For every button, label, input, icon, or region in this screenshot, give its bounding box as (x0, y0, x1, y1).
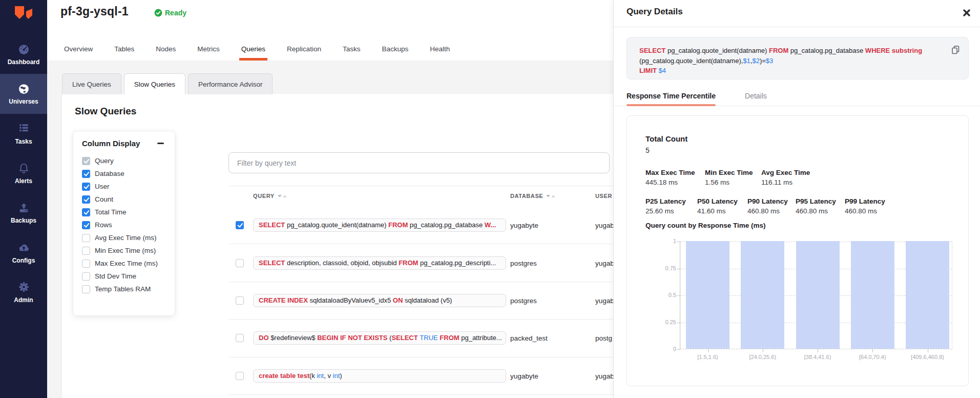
column-option-max-exec-time-ms[interactable]: Max Exec Time (ms) (82, 257, 175, 270)
database-cell: packed_test (510, 334, 548, 342)
query-cell[interactable]: DO $redefineview$ BEGIN IF NOT EXISTS (S… (253, 331, 506, 345)
sort-icon[interactable] (546, 195, 555, 197)
user-cell: yugab (595, 372, 614, 380)
checkbox-checked-icon[interactable] (82, 208, 90, 216)
sort-icon[interactable] (278, 195, 287, 197)
checkbox-checked-icon[interactable] (82, 170, 90, 178)
table-body: SELECT pg_catalog.quote_ident(datname) F… (228, 207, 613, 395)
checkbox-checked-icon[interactable] (82, 221, 90, 229)
metric-min-exec-time: Min Exec Time1.56 ms (705, 169, 761, 186)
tab-health[interactable]: Health (430, 37, 450, 61)
sql-text: pg_catalog.pg_database (790, 47, 865, 54)
collapse-minus-icon[interactable] (157, 140, 165, 148)
histogram-bar[interactable] (686, 241, 729, 349)
close-icon[interactable] (962, 8, 972, 18)
column-option-min-exec-time-ms[interactable]: Min Exec Time (ms) (82, 244, 175, 257)
column-display-panel: Column Display QueryDatabaseUserCountTot… (73, 131, 175, 316)
subtab-performance-advisor[interactable]: Performance Advisor (188, 73, 273, 94)
database-cell: postgres (510, 296, 537, 304)
sidebar-item-configs[interactable]: Configs (0, 232, 47, 272)
sidebar-item-label: Dashboard (8, 58, 40, 66)
column-header-database[interactable]: DATABASE (510, 193, 555, 199)
yugabyte-logo-icon[interactable] (13, 5, 34, 27)
histogram-bar[interactable] (796, 241, 840, 349)
column-option-label: Rows (95, 221, 112, 229)
query-cell[interactable]: SELECT pg_catalog.quote_ident(datname) F… (253, 218, 506, 232)
sql-text: , v (324, 372, 332, 380)
gauge-icon (17, 43, 30, 56)
column-option-rows[interactable]: Rows (82, 218, 175, 231)
column-option-database[interactable]: Database (82, 167, 175, 180)
metric-label: Max Exec Time (645, 169, 705, 176)
row-checkbox[interactable] (236, 259, 244, 267)
table-row[interactable]: SELECT description, classoid, objoid, ob… (228, 244, 613, 282)
histogram-bar[interactable] (906, 241, 949, 349)
metric-value: 460.80 ms (845, 207, 885, 215)
column-option-temp-tables-ram[interactable]: Temp Tables RAM (82, 283, 175, 295)
sql-keyword: LIMIT (639, 67, 659, 74)
table-row[interactable]: CREATE INDEX sqldataloadByValuev5_idx5 O… (228, 282, 613, 320)
panel-tab-details[interactable]: Details (745, 86, 767, 106)
response-time-histogram: [1.5,1.6)[24.0,25.6)[38.4,41.6)[64.0,70.… (680, 242, 952, 349)
row-checkbox[interactable] (236, 221, 244, 229)
sidebar-item-backups[interactable]: Backups (0, 193, 47, 232)
row-checkbox[interactable] (236, 372, 244, 380)
sidebar-item-tasks[interactable]: Tasks (0, 114, 47, 153)
checkbox-unchecked-icon[interactable] (82, 234, 90, 242)
copy-icon[interactable] (950, 45, 961, 55)
checkbox-unchecked-icon[interactable] (82, 260, 90, 268)
sidebar-item-universes[interactable]: Universes (0, 74, 47, 113)
query-cell[interactable]: create table test(k int, v int) (253, 369, 506, 383)
subtab-slow-queries[interactable]: Slow Queries (124, 73, 185, 94)
checkbox-checked-icon[interactable] (82, 157, 90, 165)
table-row[interactable]: create table test(k int, v int)yugabytey… (228, 357, 613, 395)
checkbox-checked-icon[interactable] (82, 195, 90, 204)
tab-replication[interactable]: Replication (287, 37, 321, 61)
section-heading: Slow Queries (75, 106, 136, 117)
tab-overview[interactable]: Overview (64, 37, 93, 61)
column-option-query[interactable]: Query (82, 154, 175, 167)
column-header-query[interactable]: QUERY (253, 193, 287, 199)
column-option-label: Count (95, 195, 113, 203)
metric-label: P95 Latency (796, 197, 845, 205)
checkbox-unchecked-icon[interactable] (82, 285, 90, 293)
column-option-count[interactable]: Count (82, 193, 175, 206)
row-checkbox[interactable] (236, 296, 244, 305)
column-option-total-time[interactable]: Total Time (82, 206, 175, 218)
tab-tasks[interactable]: Tasks (343, 37, 361, 61)
query-cell[interactable]: SELECT description, classoid, objoid, ob… (253, 256, 506, 270)
metric-label: P25 Latency (645, 197, 697, 205)
row-checkbox[interactable] (236, 334, 244, 342)
sidebar-item-dashboard[interactable]: Dashboard (0, 34, 47, 74)
checkbox-checked-icon[interactable] (82, 183, 90, 191)
query-filter-input[interactable] (228, 152, 610, 173)
column-option-label: Database (95, 170, 124, 177)
tab-metrics[interactable]: Metrics (197, 37, 220, 61)
column-option-std-dev-time[interactable]: Std Dev Time (82, 270, 175, 283)
query-details-panel: Query Details SELECT pg_catalog.quote_id… (613, 0, 980, 398)
column-option-label: Query (95, 157, 114, 165)
sql-keyword: SELECT (259, 221, 287, 229)
column-option-avg-exec-time-ms[interactable]: Avg Exec Time (ms) (82, 231, 175, 244)
sidebar-item-admin[interactable]: Admin (0, 272, 47, 312)
tab-tables[interactable]: Tables (114, 37, 134, 61)
histogram-bar[interactable] (741, 241, 784, 349)
tab-nodes[interactable]: Nodes (156, 37, 176, 61)
tab-backups[interactable]: Backups (382, 37, 408, 61)
query-cell[interactable]: CREATE INDEX sqldataloadByValuev5_idx5 O… (253, 294, 506, 307)
metric-value: 460.80 ms (796, 207, 845, 215)
metric-p95-latency: P95 Latency460.80 ms (796, 197, 845, 215)
histogram-bar[interactable] (851, 241, 894, 349)
checkbox-unchecked-icon[interactable] (82, 247, 90, 255)
tab-queries[interactable]: Queries (241, 37, 265, 61)
metric-max-exec-time: Max Exec Time445.18 ms (645, 169, 705, 186)
sidebar-item-alerts[interactable]: Alerts (0, 153, 47, 193)
y-axis-label: 0.5 (657, 292, 676, 298)
checkbox-unchecked-icon[interactable] (82, 272, 90, 281)
metric-p50-latency: P50 Latency41.60 ms (697, 197, 747, 215)
column-option-user[interactable]: User (82, 180, 175, 193)
table-row[interactable]: DO $redefineview$ BEGIN IF NOT EXISTS (S… (228, 320, 613, 357)
subtab-live-queries[interactable]: Live Queries (62, 73, 121, 94)
table-row[interactable]: SELECT pg_catalog.quote_ident(datname) F… (228, 207, 613, 244)
panel-tab-response-time-percentile[interactable]: Response Time Percentile (627, 86, 716, 106)
